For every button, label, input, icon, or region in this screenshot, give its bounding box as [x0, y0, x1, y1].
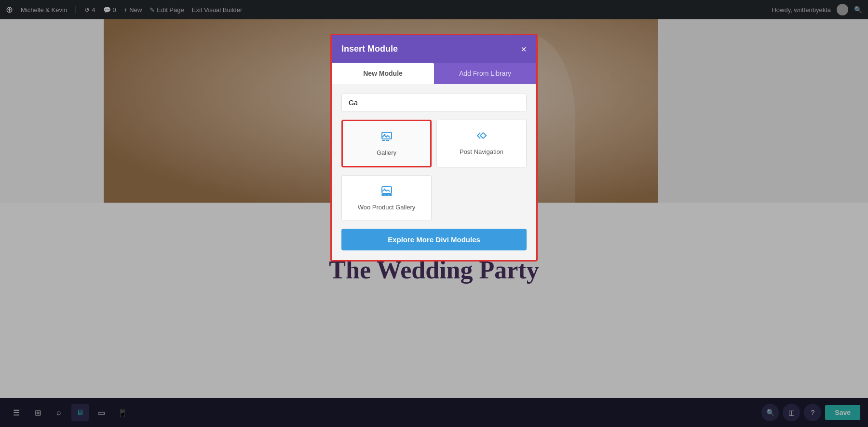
svg-rect-7: [385, 194, 388, 195]
modal-body: Gallery Post Navigation: [332, 84, 536, 260]
modal-tabs: New Module Add From Library: [332, 63, 536, 84]
woo-product-gallery-module-item[interactable]: Woo Product Gallery: [341, 175, 432, 221]
post-navigation-module-item[interactable]: Post Navigation: [436, 120, 527, 167]
modal-overlay: Insert Module × New Module Add From Libr…: [0, 0, 868, 427]
post-navigation-module-icon: [476, 130, 488, 144]
svg-point-5: [384, 189, 385, 190]
explore-divi-modules-button[interactable]: Explore More Divi Modules: [341, 229, 527, 250]
woo-product-gallery-module-icon: [381, 185, 393, 200]
insert-module-modal: Insert Module × New Module Add From Libr…: [330, 34, 538, 262]
modal-close-button[interactable]: ×: [521, 44, 527, 54]
svg-rect-8: [389, 194, 392, 195]
post-navigation-module-label: Post Navigation: [460, 148, 503, 155]
svg-rect-6: [382, 194, 385, 195]
tab-new-module[interactable]: New Module: [332, 63, 434, 84]
woo-module-row: Woo Product Gallery: [341, 175, 527, 221]
gallery-module-label: Gallery: [377, 149, 396, 156]
tab-add-from-library[interactable]: Add From Library: [434, 63, 536, 84]
module-grid: Gallery Post Navigation: [341, 120, 527, 167]
modal-title: Insert Module: [341, 44, 398, 54]
gallery-module-item[interactable]: Gallery: [341, 120, 432, 167]
svg-point-1: [384, 134, 385, 136]
woo-product-gallery-module-label: Woo Product Gallery: [358, 204, 416, 211]
gallery-module-icon: [381, 131, 393, 145]
module-search-input[interactable]: [341, 94, 527, 112]
modal-header: Insert Module ×: [332, 35, 536, 63]
